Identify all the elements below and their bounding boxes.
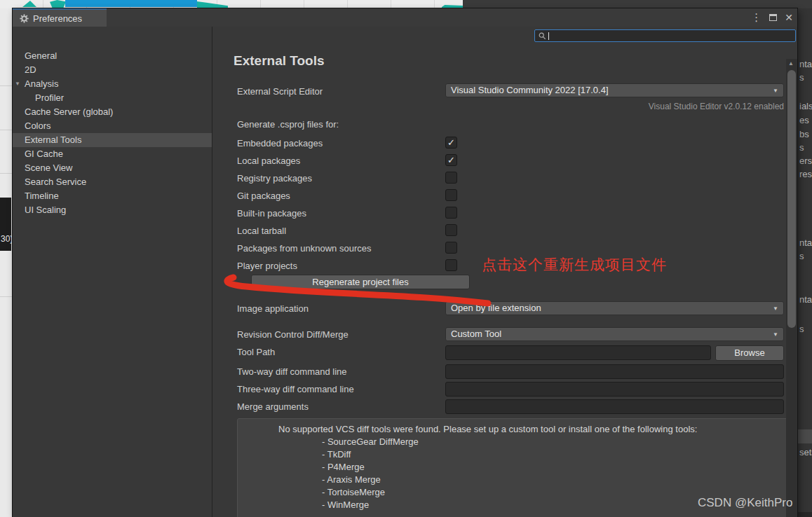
sidebar-item-analysis[interactable]: ▼Analysis: [13, 77, 212, 91]
sidebar-item-label: Profiler: [35, 92, 64, 103]
sidebar-item-label: General: [25, 50, 57, 61]
scroll-up-arrow-icon[interactable]: ▲: [788, 60, 794, 67]
dropdown-value: Visual Studio Community 2022 [17.0.4]: [451, 85, 609, 95]
sidebar-item-ui-scaling[interactable]: UI Scaling: [13, 203, 212, 217]
background-grid-line: [0, 130, 13, 130]
checkbox-git-packages[interactable]: [445, 189, 457, 201]
vcs-tool-item: - SourceGear DiffMerge: [322, 436, 796, 448]
clipped-text-fragment: ers: [799, 156, 812, 166]
dropdown-value: Custom Tool: [451, 329, 501, 339]
clipped-text-fragment: s: [799, 251, 804, 261]
script-editor-status: Visual Studio Editor v2.0.12 enabled: [445, 102, 784, 111]
checkbox-local-packages[interactable]: [445, 154, 457, 166]
window-titlebar[interactable]: Preferences ⋮ ✕: [13, 8, 797, 27]
checkbox-label: Built-in packages: [237, 208, 306, 219]
sidebar-item-profiler[interactable]: Profiler: [13, 91, 212, 105]
background-selection-band: [798, 429, 812, 443]
checkbox-local-tarball[interactable]: [445, 224, 457, 236]
browse-button[interactable]: Browse: [715, 345, 784, 361]
tab-title: Preferences: [33, 13, 82, 24]
preferences-window: Preferences ⋮ ✕ General 2D ▼Analysis Pro…: [13, 8, 797, 517]
maximize-icon[interactable]: [769, 14, 777, 21]
sidebar-item-2d[interactable]: 2D: [13, 63, 212, 77]
sidebar-item-label: Timeline: [25, 191, 59, 201]
annotation-text-chinese: 点击这个重新生成项目文件: [482, 255, 667, 275]
sidebar-item-general[interactable]: General: [13, 49, 212, 63]
sidebar-item-colors[interactable]: Colors: [13, 119, 212, 133]
checkbox-label: Git packages: [237, 191, 290, 201]
background-right-strip: nta s ials es bs s ers res nta s nta s s…: [798, 8, 812, 517]
tool-path-label: Tool Path: [237, 347, 275, 358]
checkbox-label: Registry packages: [237, 173, 312, 184]
clipped-text-fragment: res: [799, 169, 812, 179]
background-left-strip: 30): [0, 8, 13, 517]
sidebar-item-scene-view[interactable]: Scene View: [13, 161, 212, 175]
chevron-down-icon: ▼: [773, 85, 778, 97]
gear-icon: [20, 14, 29, 23]
clipped-text-fragment: 30): [1, 234, 13, 244]
scene-shape-teal-edge: [197, 1, 228, 8]
vcs-tool-item: - Araxis Merge: [322, 474, 796, 486]
regenerate-project-files-button[interactable]: Regenerate project files: [251, 275, 470, 289]
background-grid-line: [0, 296, 13, 297]
sidebar-item-label: Scene View: [25, 163, 72, 173]
clipped-text-fragment: nta: [799, 294, 812, 305]
checkbox-packages-unknown-sources[interactable]: [445, 242, 457, 254]
clipped-text-fragment: sets: [799, 447, 812, 457]
preferences-sidebar: General 2D ▼Analysis Profiler Cache Serv…: [13, 43, 212, 517]
three-way-diff-label: Three-way diff command line: [237, 384, 354, 395]
sidebar-item-external-tools[interactable]: External Tools: [13, 133, 212, 147]
background-grid-line: [0, 85, 13, 86]
external-script-editor-label: External Script Editor: [237, 86, 323, 97]
clipped-text-fragment: nta: [799, 59, 812, 69]
scene-view-strip: [0, 0, 463, 8]
sidebar-item-label: Search Service: [25, 177, 86, 187]
checkbox-row: Git packages: [237, 189, 728, 201]
sidebar-item-label: 2D: [25, 64, 36, 75]
sidebar-item-label: GI Cache: [25, 149, 63, 159]
chevron-down-icon: ▼: [773, 303, 778, 315]
two-way-diff-input[interactable]: [445, 364, 784, 379]
sidebar-item-label: External Tools: [25, 135, 81, 145]
close-icon[interactable]: ✕: [785, 12, 793, 23]
image-application-dropdown[interactable]: Open by file extension ▼: [445, 301, 784, 315]
sidebar-item-timeline[interactable]: Timeline: [13, 189, 212, 203]
merge-arguments-input[interactable]: [445, 399, 784, 414]
background-dark-box: 30): [0, 198, 11, 251]
checkbox-label: Player projects: [237, 261, 297, 271]
vcs-tool-item: - TkDiff: [322, 448, 796, 461]
watermark: CSDN @KeithPro: [698, 496, 792, 510]
tab-preferences[interactable]: Preferences: [13, 8, 107, 27]
vcs-tool-item: - P4Merge: [322, 461, 796, 474]
checkbox-embedded-packages[interactable]: [445, 137, 457, 149]
page-title: External Tools: [234, 53, 325, 69]
sidebar-item-label: Cache Server (global): [25, 106, 113, 117]
checkbox-built-in-packages[interactable]: [445, 207, 457, 219]
scene-shape-teal-triangle: [22, 1, 36, 7]
scene-shape-teal-blob: [50, 0, 66, 8]
sidebar-item-cache-server-global[interactable]: Cache Server (global): [13, 105, 212, 119]
checkbox-player-projects[interactable]: [445, 259, 457, 271]
sidebar-item-search-service[interactable]: Search Service: [13, 175, 212, 189]
clipped-text-fragment: s: [799, 142, 804, 153]
vertical-scrollbar-thumb[interactable]: [787, 70, 796, 328]
window-menu-icon[interactable]: ⋮: [751, 11, 762, 24]
foldout-arrow-icon[interactable]: ▼: [15, 77, 20, 91]
clipped-text-fragment: es: [799, 115, 809, 125]
clipped-text-fragment: s: [799, 324, 804, 334]
sidebar-item-gi-cache[interactable]: GI Cache: [13, 147, 212, 161]
checkbox-label: Packages from unknown sources: [237, 243, 371, 254]
generate-csproj-label: Generate .csproj files for:: [237, 119, 339, 130]
tool-path-input[interactable]: [445, 345, 711, 360]
background-grid-line: [0, 173, 13, 174]
checkbox-row: Local packages: [237, 154, 728, 166]
external-script-editor-dropdown[interactable]: Visual Studio Community 2022 [17.0.4] ▼: [445, 83, 784, 97]
checkbox-row: Local tarball: [237, 224, 728, 236]
merge-arguments-label: Merge arguments: [237, 401, 309, 413]
checkbox-registry-packages[interactable]: [445, 172, 457, 184]
vcs-notice-text: No supported VCS diff tools were found. …: [278, 423, 773, 436]
checkbox-row: Built-in packages: [237, 207, 728, 219]
three-way-diff-input[interactable]: [445, 382, 784, 397]
sidebar-item-label: UI Scaling: [25, 205, 66, 215]
revision-control-dropdown[interactable]: Custom Tool ▼: [445, 327, 784, 341]
